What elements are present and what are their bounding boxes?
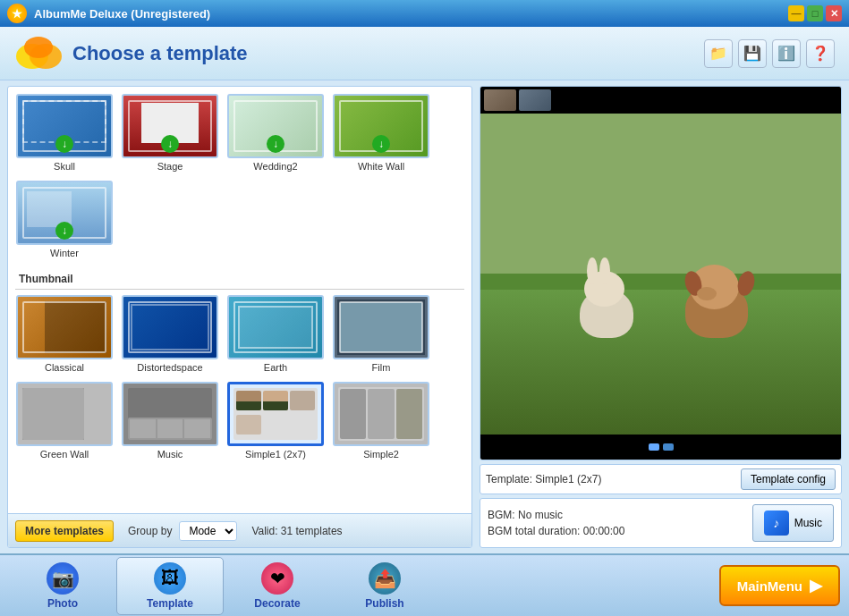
template-thumb-whitewall: ↓	[333, 94, 429, 158]
template-thumb-wedding: ↓	[227, 94, 324, 158]
download-badge-wedding: ↓	[267, 135, 284, 153]
folder-button[interactable]: 📁	[704, 39, 733, 68]
template-row-1: ↓ Skull ↓ Stage ↓ Wedding2	[15, 94, 464, 172]
preview-thumb-1[interactable]	[484, 89, 516, 111]
template-name-stage: Stage	[157, 161, 183, 172]
template-row-winter: ↓ Winter	[15, 181, 464, 258]
decorate-nav-icon: ❤	[261, 562, 293, 595]
help-button[interactable]: ❓	[806, 39, 835, 68]
window-controls: — □ ✕	[788, 5, 842, 21]
template-item-music[interactable]: Music	[121, 382, 219, 460]
info-icon: ℹ️	[777, 45, 795, 62]
publish-nav-icon: 📤	[369, 562, 401, 595]
download-badge-whitewall: ↓	[372, 135, 390, 153]
bottom-bar: More templates Group by Mode Style Color…	[8, 513, 471, 547]
template-item-whitewall[interactable]: ↓ White Wall	[332, 94, 430, 172]
template-config-button[interactable]: Template config	[741, 468, 836, 490]
bgm-info-bar: BGM: No music BGM total duration: 00:00:…	[480, 498, 842, 548]
save-button[interactable]: 💾	[738, 39, 767, 68]
download-badge-skull: ↓	[55, 135, 73, 153]
template-name-music: Music	[157, 449, 183, 460]
template-name-earth: Earth	[264, 362, 287, 373]
template-name-distortedspace: Distortedspace	[137, 362, 202, 373]
help-icon: ❓	[811, 45, 829, 62]
template-thumb-film	[333, 295, 429, 359]
template-item-distortedspace[interactable]: Distortedspace	[121, 295, 219, 373]
preview-bottom-bar	[480, 435, 841, 460]
section-label-thumbnail: Thumbnail	[15, 267, 464, 290]
template-thumb-classical	[16, 295, 113, 359]
template-name-winter: Winter	[50, 248, 79, 258]
template-item-stage[interactable]: ↓ Stage	[121, 94, 219, 172]
template-item-classical[interactable]: Classical	[15, 295, 114, 373]
bottom-nav: 📷 Photo 🖼 Template ❤ Decorate 📤 Publish …	[0, 553, 849, 616]
template-item-simple2[interactable]: Simple2	[332, 382, 430, 460]
template-thumb-earth	[227, 295, 324, 359]
right-panel: Template: Simple1 (2x7) Template config …	[480, 86, 842, 548]
bgm-duration-label: BGM total duration: 00:00:00	[488, 523, 745, 539]
header: Choose a template 📁 💾 ℹ️ ❓	[0, 27, 849, 80]
valid-templates-label: Valid: 31 templates	[251, 525, 342, 537]
music-button[interactable]: ♪ Music	[752, 504, 834, 542]
maximize-button[interactable]: □	[807, 5, 823, 21]
preview-main-area	[480, 114, 841, 435]
download-badge-winter: ↓	[55, 222, 73, 240]
photo-nav-label: Photo	[47, 597, 78, 610]
nav-dot-2[interactable]	[663, 443, 674, 451]
left-panel: ↓ Skull ↓ Stage ↓ Wedding2	[7, 86, 472, 548]
template-thumb-distorted	[122, 295, 218, 359]
info-button[interactable]: ℹ️	[772, 39, 801, 68]
photo-nav-icon: 📷	[47, 562, 79, 595]
group-by-select[interactable]: Mode Style Color	[179, 521, 237, 541]
template-name-whitewall: White Wall	[358, 161, 404, 172]
template-item-winter[interactable]: ↓ Winter	[15, 181, 114, 258]
template-thumb-greenwall	[16, 382, 113, 446]
preview-thumbnails	[484, 89, 551, 111]
preview-top-bar	[480, 87, 841, 114]
close-button[interactable]: ✕	[826, 5, 842, 21]
template-item-greenwall[interactable]: Green Wall	[15, 382, 114, 460]
main-menu-arrow-icon: ▶	[810, 576, 822, 595]
app-logo: ★	[7, 4, 27, 23]
template-thumb-simple2	[333, 382, 429, 446]
template-grid: ↓ Skull ↓ Stage ↓ Wedding2	[8, 87, 471, 513]
template-item-simple1[interactable]: Simple1 (2x7)	[226, 382, 325, 460]
template-name-classical: Classical	[45, 362, 84, 373]
nav-dot-1[interactable]	[649, 443, 659, 451]
toolbar-buttons: 📁 💾 ℹ️ ❓	[704, 39, 835, 68]
dog-figure	[681, 262, 761, 338]
decorate-nav-label: Decorate	[254, 597, 300, 610]
template-row-thumbnail-2: Green Wall Music	[15, 382, 464, 460]
preview-thumb-2[interactable]	[519, 89, 551, 111]
template-item-wedding2[interactable]: ↓ Wedding2	[226, 94, 325, 172]
template-nav-icon: 🖼	[154, 562, 186, 595]
preview-area	[480, 86, 842, 460]
folder-icon: 📁	[709, 45, 727, 62]
template-name-film: Film	[372, 362, 391, 373]
main-menu-button[interactable]: MainMenu ▶	[719, 565, 840, 606]
bgm-label: BGM: No music	[488, 507, 745, 523]
nav-template[interactable]: 🖼 Template	[116, 557, 224, 615]
nav-decorate[interactable]: ❤ Decorate	[224, 557, 331, 615]
music-button-label: Music	[794, 517, 822, 529]
more-templates-button[interactable]: More templates	[15, 520, 114, 542]
template-thumb-winter: ↓	[16, 181, 113, 245]
title-bar: ★ AlbumMe Deluxe (Unregistered) — □ ✕	[0, 0, 849, 27]
nav-photo[interactable]: 📷 Photo	[9, 557, 116, 615]
save-icon: 💾	[743, 45, 761, 62]
template-item-earth[interactable]: Earth	[226, 295, 325, 373]
svg-point-2	[24, 37, 53, 58]
nav-publish[interactable]: 📤 Publish	[331, 557, 438, 615]
template-item-film[interactable]: Film	[332, 295, 430, 373]
template-thumb-stage: ↓	[122, 94, 218, 158]
window-title: AlbumMe Deluxe (Unregistered)	[34, 7, 788, 21]
template-name-simple1: Simple1 (2x7)	[245, 449, 306, 460]
template-item-skull[interactable]: ↓ Skull	[15, 94, 114, 172]
music-icon: ♪	[764, 511, 789, 536]
download-badge-stage: ↓	[161, 135, 179, 153]
template-name-skull: Skull	[54, 161, 75, 172]
template-nav-label: Template	[147, 597, 193, 610]
rabbit-figure	[571, 266, 642, 338]
minimize-button[interactable]: —	[788, 5, 804, 21]
template-row-thumbnail-1: Classical Distortedspace Earth	[15, 295, 464, 373]
